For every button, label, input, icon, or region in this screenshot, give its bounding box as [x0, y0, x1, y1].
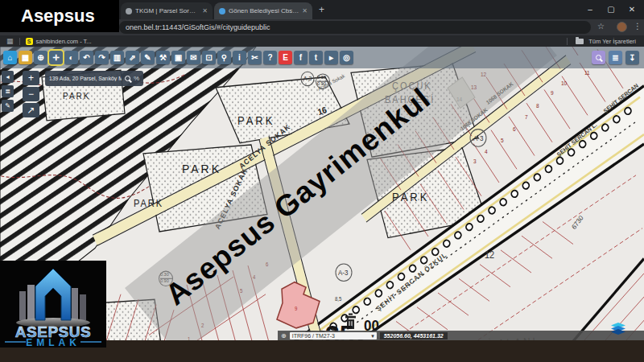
tool-measure-button[interactable]: ⚒: [156, 51, 170, 64]
map-label: 7: [525, 113, 528, 119]
tool-youtube-button[interactable]: ▸: [324, 51, 338, 64]
gis-toolbar: ⌂▦⊕✛◐↶↷▥⇗✎⚒▣✉⊡⚲i✂?Eft▸◎≣↧: [0, 47, 644, 68]
browser-menu-icon[interactable]: ⋮: [634, 22, 642, 31]
sahibinden-favicon: S: [26, 38, 33, 45]
map-label: PARK: [237, 115, 275, 128]
screen: PARKPARKPARKPARKPARKPARKÇOCUKBAHÇESİACEL…: [0, 0, 644, 362]
maximize-button[interactable]: ▢: [601, 0, 621, 18]
minimize-button[interactable]: –: [580, 0, 601, 18]
export-icon: ⇗: [129, 53, 135, 62]
tool-screenshot-button[interactable]: ▣: [171, 51, 185, 64]
home-icon: ⌂: [7, 53, 12, 62]
select-icon: ✂: [251, 53, 258, 62]
profile-avatar[interactable]: [617, 22, 627, 32]
projection-dropdown[interactable]: ITRF96 / TM27-3 ▾: [290, 332, 377, 339]
bookmarks-bar: ▦ S sahibinden.com - T... Tüm Yer İşaret…: [0, 35, 644, 47]
tool-export-button[interactable]: ⇗: [126, 51, 139, 64]
tool-basemap-button[interactable]: ▦: [19, 51, 32, 64]
window-controls: – ▢ ✕: [580, 0, 642, 18]
folder-icon: [576, 39, 584, 44]
logo-building-icon: [16, 269, 90, 327]
map-label: 9: [295, 306, 298, 311]
tool-feedback-button[interactable]: ✉: [187, 51, 200, 64]
tool-street-view-button[interactable]: ⚲: [217, 51, 231, 64]
tool-e-devlet-button[interactable]: E: [279, 51, 292, 64]
bookmark-star-icon[interactable]: ☆: [597, 22, 605, 31]
zoom-in-icon: ⊕: [37, 53, 43, 62]
feedback-icon: ✉: [190, 53, 196, 62]
e-devlet-icon: E: [283, 53, 288, 62]
basemap-icon: ▦: [22, 53, 29, 62]
map-draw-tool-button[interactable]: ✎: [2, 100, 14, 112]
map-full-extent-button[interactable]: ↗: [23, 103, 39, 117]
tool-select-button[interactable]: ✂: [248, 51, 262, 64]
map-side-controls: ◂≣✎: [2, 71, 14, 112]
divider: [19, 38, 20, 45]
3d-layers-icon[interactable]: [610, 323, 626, 335]
tool-forward-button[interactable]: ↷: [95, 51, 109, 64]
tool-full-extent-button[interactable]: ◐: [64, 51, 78, 64]
clear-icon: ▥: [114, 53, 121, 62]
tool-download-button[interactable]: ↧: [625, 51, 639, 64]
tool-layers-button[interactable]: ≣: [609, 51, 622, 64]
tool-pan-button[interactable]: ✛: [49, 51, 63, 64]
tool-home-button[interactable]: ⌂: [3, 51, 17, 64]
print-icon: ⊡: [205, 53, 212, 62]
youtube-icon: ▸: [329, 53, 333, 62]
map-collapse-button[interactable]: ◂: [2, 71, 14, 83]
map-label: PARK: [134, 198, 163, 208]
search-icon[interactable]: [125, 76, 130, 81]
tool-instagram-button[interactable]: ◎: [340, 51, 353, 64]
screenshot-icon: ▣: [175, 53, 182, 62]
map-label: 8: [536, 102, 539, 108]
tab-favicon: [219, 8, 225, 14]
map-label: 10: [561, 80, 567, 85]
tool-draw-button[interactable]: ✎: [141, 51, 155, 64]
map-label: PARK: [392, 191, 429, 204]
map-status-bar: ⊕ ITRF96 / TM27-3 ▾ 552056.60, 4453161.3…: [278, 331, 644, 340]
close-button[interactable]: ✕: [621, 0, 642, 18]
map-label: 11: [584, 69, 590, 75]
map-search-box[interactable]: 139 Ada, 20 Parsel, Sarıköy Mahallesi %: [45, 71, 143, 86]
projection-globe-icon: ⊕: [281, 332, 287, 339]
map-label: PARK: [63, 91, 90, 100]
tool-back-button[interactable]: ↶: [80, 51, 93, 64]
search-options-icon[interactable]: %: [134, 75, 139, 82]
tab-close-icon[interactable]: ✕: [202, 7, 208, 14]
tab-favicon: [126, 8, 132, 14]
map-label: 8,5: [335, 296, 342, 302]
tool-search-button[interactable]: [592, 51, 605, 64]
address-bar[interactable]: onen.bel.tr:11443/GiSoftGis/#/cityguidep…: [119, 21, 591, 34]
tab-gonen-cbs[interactable]: Gönen Belediyesi Cbs Uygulam ✕: [214, 2, 312, 19]
map-zoom-in-button[interactable]: +: [23, 71, 39, 85]
map-label: A-3: [303, 76, 312, 81]
tool-zoom-in-button[interactable]: ⊕: [34, 51, 47, 64]
map-search-input[interactable]: 139 Ada, 20 Parsel, Sarıköy Mahallesi: [49, 76, 122, 81]
bookmark-sahibinden[interactable]: sahibinden.com - T...: [36, 38, 92, 45]
tool-facebook-button[interactable]: f: [294, 51, 308, 64]
tool-info-button[interactable]: i: [233, 51, 246, 64]
asepsus-emlak-logo: ASEPSUS EMLAK: [0, 261, 106, 348]
map-label: 12: [485, 250, 494, 260]
tool-help-button[interactable]: ?: [263, 51, 277, 64]
apps-grid-icon[interactable]: ▦: [6, 37, 14, 45]
tool-twitter-button[interactable]: t: [309, 51, 323, 64]
gis-toolbar-right: ≣↧: [592, 47, 639, 68]
tool-clear-button[interactable]: ▥: [110, 51, 124, 64]
new-tab-button[interactable]: +: [319, 4, 324, 15]
map-label: 4: [485, 149, 488, 154]
map-label: A-3: [338, 269, 349, 277]
forward-icon: ↷: [98, 53, 105, 62]
tool-print-button[interactable]: ⊡: [202, 51, 216, 64]
brand-overlay: Asepsus: [0, 0, 119, 32]
full-extent-icon: ◐: [68, 53, 73, 62]
twitter-icon: t: [315, 53, 317, 62]
map-label: 9: [551, 90, 554, 96]
divider: [567, 38, 568, 45]
tab-tkgm[interactable]: TKGM | Parsel Sorgu Uygulama ✕: [121, 2, 213, 19]
tab-close-icon[interactable]: ✕: [302, 7, 308, 14]
all-bookmarks-button[interactable]: Tüm Yer İşaretleri: [588, 38, 636, 45]
map-layer-list-button[interactable]: ≣: [2, 85, 14, 97]
map-zoom-out-button[interactable]: −: [23, 87, 39, 101]
instagram-icon: ◎: [343, 53, 350, 62]
